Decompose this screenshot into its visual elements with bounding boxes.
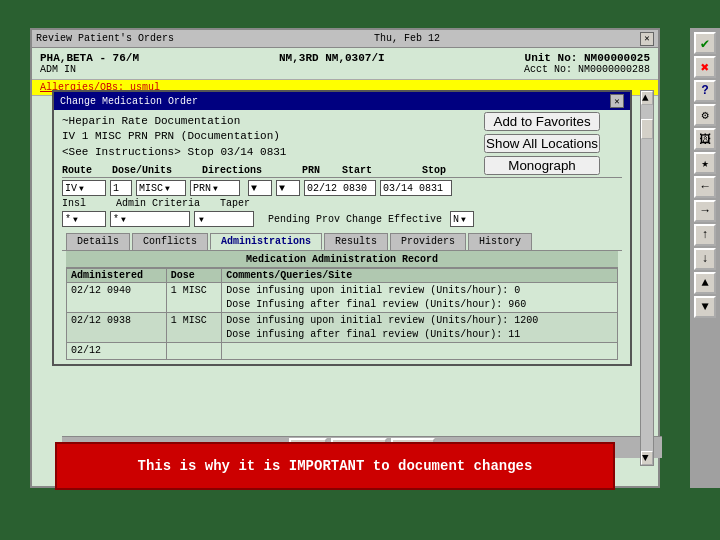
dose-input[interactable]: 1 [110, 180, 132, 196]
main-title-bar: Review Patient's Orders Thu, Feb 12 ✕ [32, 30, 658, 48]
toolbar-checkmark-button[interactable]: ✔ [694, 32, 716, 54]
pending-label: Pending Prov Change Effective [268, 214, 442, 225]
toolbar-image-button[interactable]: 🖼 [694, 128, 716, 150]
show-all-locations-button[interactable]: Show All Locations [484, 134, 600, 153]
toolbar-x-button[interactable]: ✖ [694, 56, 716, 78]
toolbar-down-button[interactable]: ↓ [694, 248, 716, 270]
admin-dropdown-row: * ▼ * ▼ ▼ Pending Prov Change Effective … [62, 211, 622, 227]
dose-unit-arrow: ▼ [165, 184, 170, 193]
tab-conflicts[interactable]: Conflicts [132, 233, 208, 250]
mar-row2-comments: Dose infusing upon initial review (Units… [222, 313, 618, 343]
mar-row1-date: 02/12 0940 [67, 283, 167, 313]
field-row: IV ▼ 1 MISC ▼ PRN ▼ ▼ ▼ [62, 180, 622, 196]
start-input[interactable]: 02/12 0830 [304, 180, 376, 196]
mar-row1-comments: Dose infusing upon initial review (Units… [222, 283, 618, 313]
patient-unit: NM,3RD NM,0307/I [279, 52, 385, 64]
scrollbar-thumb[interactable] [641, 119, 653, 139]
dialog-close-button[interactable]: ✕ [610, 94, 624, 108]
pending-dropdown[interactable]: N ▼ [450, 211, 474, 227]
stop-input[interactable]: 03/14 0831 [380, 180, 452, 196]
route-dropdown[interactable]: IV ▼ [62, 180, 106, 196]
red-banner-text: This is why it is IMPORTANT to document … [138, 458, 533, 474]
insl-dropdown[interactable]: * ▼ [62, 211, 106, 227]
monograph-button[interactable]: Monograph [484, 156, 600, 175]
toolbar-up-button[interactable]: ↑ [694, 224, 716, 246]
unit-no: Unit No: NM00000025 [525, 52, 650, 64]
patient-info: PHA,BETA - 76/M NM,3RD NM,0307/I Unit No… [32, 48, 658, 79]
scrollbar[interactable]: ▲ ▼ [640, 90, 654, 466]
directions-dropdown[interactable]: PRN ▼ [190, 180, 240, 196]
mar-col-admin: Administered [67, 269, 167, 283]
scroll-up-arrow[interactable]: ▲ [641, 91, 653, 105]
taper-label: Taper [220, 198, 280, 209]
directions-arrow: ▼ [213, 184, 218, 193]
acct-no-label: Acct No: [524, 64, 572, 75]
admin-criteria-dropdown[interactable]: * ▼ [110, 211, 190, 227]
tab-history[interactable]: History [468, 233, 532, 250]
acct-no-value: NM0000000288 [578, 64, 650, 75]
taper-dropdown[interactable]: ▼ [194, 211, 254, 227]
col-directions: Directions [202, 165, 302, 176]
col-start: Start [342, 165, 422, 176]
prn-dropdown2[interactable]: ▼ [276, 180, 300, 196]
mar-row2-date: 02/12 0938 [67, 313, 167, 343]
route-value: IV [65, 183, 77, 194]
admin-label-row: Insl Admin Criteria Taper [62, 198, 622, 209]
mar-row2-dose: 1 MISC [166, 313, 221, 343]
stop-value: 03/14 0831 [383, 183, 443, 194]
toolbar-back-arrow-button[interactable]: ← [694, 176, 716, 198]
mar-row-2: 02/12 0938 1 MISC Dose infusing upon ini… [67, 313, 618, 343]
add-to-favorites-button[interactable]: Add to Favorites [484, 112, 600, 131]
main-window: Review Patient's Orders Thu, Feb 12 ✕ PH… [30, 28, 660, 488]
mar-col-comments: Comments/Queries/Site [222, 269, 618, 283]
patient-name: PHA,BETA - 76/M [40, 52, 139, 64]
col-dose-units: Dose/Units [112, 165, 202, 176]
toolbar-gear-button[interactable]: ⚙ [694, 104, 716, 126]
dose-unit-dropdown[interactable]: MISC ▼ [136, 180, 186, 196]
mar-row-3: 02/12 [67, 343, 618, 360]
start-value: 02/12 0830 [307, 183, 367, 194]
mar-table: Administered Dose Comments/Queries/Site … [66, 268, 618, 360]
dialog-body: ~Heparin Rate Documentation IV 1 MISC PR… [54, 110, 630, 364]
toolbar-star-button[interactable]: ★ [694, 152, 716, 174]
mar-row3-comments [222, 343, 618, 360]
directions-value: PRN [193, 183, 211, 194]
acct-no: Acct No: NM0000000288 [524, 64, 650, 75]
tab-providers[interactable]: Providers [390, 233, 466, 250]
mar-row-1: 02/12 0940 1 MISC Dose infusing upon ini… [67, 283, 618, 313]
toolbar-forward-arrow-button[interactable]: → [694, 200, 716, 222]
adm-label: ADM IN [40, 64, 76, 75]
route-dropdown-arrow: ▼ [79, 184, 84, 193]
prn-dropdown[interactable]: ▼ [248, 180, 272, 196]
mar-title: Medication Administration Record [66, 251, 618, 268]
unit-no-value: NM00000025 [584, 52, 650, 64]
col-route: Route [62, 165, 112, 176]
change-medication-dialog: Change Medication Order ✕ ~Heparin Rate … [52, 90, 632, 366]
tab-results[interactable]: Results [324, 233, 388, 250]
scroll-down-arrow[interactable]: ▼ [641, 451, 653, 465]
col-prn: PRN [302, 165, 342, 176]
mar-row1-dose: 1 MISC [166, 283, 221, 313]
mar-col-dose: Dose [166, 269, 221, 283]
main-window-title: Review Patient's Orders [36, 33, 174, 44]
admin-criteria-label: Admin Criteria [116, 198, 216, 209]
tab-details[interactable]: Details [66, 233, 130, 250]
main-close-button[interactable]: ✕ [640, 32, 654, 46]
dose-value: 1 [113, 183, 119, 194]
mar-row3-date: 02/12 [67, 343, 167, 360]
main-window-date: Thu, Feb 12 [374, 33, 440, 44]
dialog-title-bar: Change Medication Order ✕ [54, 92, 630, 110]
toolbar-right: ✔ ✖ ? ⚙ 🖼 ★ ← → ↑ ↓ ▲ ▼ [690, 28, 720, 488]
dose-unit-value: MISC [139, 183, 163, 194]
tabs-bar: Details Conflicts Administrations Result… [62, 229, 622, 251]
unit-no-label: Unit No: [525, 52, 578, 64]
mar-section: Medication Administration Record Adminis… [62, 251, 622, 360]
action-buttons: Add to Favorites Show All Locations Mono… [484, 112, 600, 175]
insl-label: Insl [62, 198, 112, 209]
tab-administrations[interactable]: Administrations [210, 233, 322, 250]
toolbar-help-button[interactable]: ? [694, 80, 716, 102]
toolbar-down2-button[interactable]: ▼ [694, 296, 716, 318]
toolbar-up2-button[interactable]: ▲ [694, 272, 716, 294]
prn-value: ▼ [251, 183, 257, 194]
mar-row3-dose [166, 343, 221, 360]
